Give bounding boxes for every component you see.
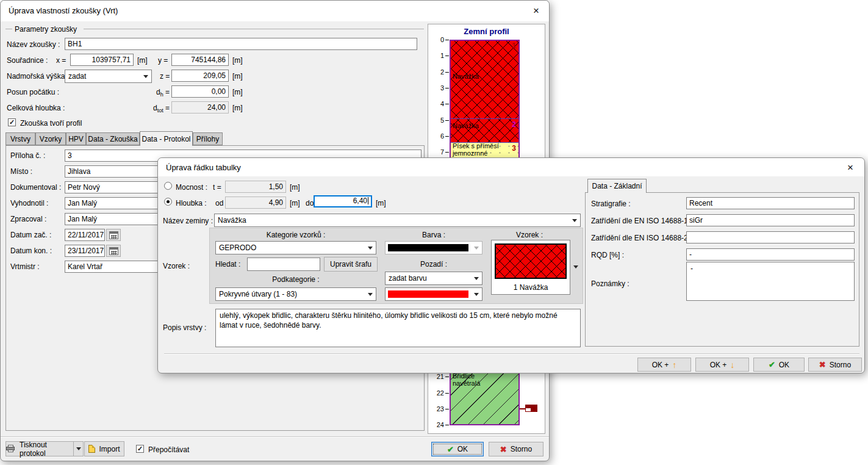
- depth-tick: [445, 377, 449, 377]
- y-eq-label: y =: [158, 56, 168, 65]
- poznamky-label: Poznámky :: [591, 279, 629, 288]
- pozadi-mode-select[interactable]: zadat barvu: [385, 272, 482, 285]
- import-label: Import: [99, 445, 120, 453]
- depth-to-value: 6,40: [353, 196, 367, 205]
- priloha-label: Příloha č. :: [10, 151, 45, 160]
- test-name-input[interactable]: BH1: [65, 38, 417, 50]
- mocnost-label: Mocnost :: [176, 183, 207, 192]
- dh-input[interactable]: 0,00: [171, 85, 229, 98]
- dokumentoval-label: Dokumentoval :: [10, 183, 61, 192]
- depth-tick: [445, 393, 449, 394]
- iso1-label: Zatřídění dle EN ISO 14688-1 :: [591, 217, 692, 225]
- unit-m: [m]: [137, 56, 148, 65]
- chevron-down-icon: [141, 71, 151, 82]
- recalculate-checkbox[interactable]: ✓: [136, 445, 144, 453]
- soil-name-select[interactable]: Navážka: [214, 214, 581, 227]
- hledat-input[interactable]: [247, 258, 320, 271]
- vrtmistr-label: Vrtmistr :: [10, 262, 40, 271]
- pattern-swatch: [495, 243, 567, 279]
- kategorie-select[interactable]: GEPRODO: [215, 241, 376, 254]
- tab-hpv[interactable]: HPV: [66, 132, 86, 145]
- import-button[interactable]: Import: [84, 441, 124, 456]
- upravit-srafu-label: Upravit šrafu: [330, 260, 371, 269]
- depth-tick: [445, 120, 449, 121]
- coord-y-input[interactable]: 745144,86: [171, 54, 229, 66]
- ok-down-button[interactable]: OK +↓: [695, 358, 749, 372]
- footer-separator: [1, 436, 549, 437]
- stratigrafie-input[interactable]: Recent: [686, 197, 855, 209]
- podkategorie-value: Pokryvné útvary (1 - 83): [219, 290, 297, 298]
- rqd-input[interactable]: -: [686, 248, 855, 261]
- vzorek-header: Vzorek :: [489, 231, 570, 239]
- depth-tick-label: 3: [428, 84, 444, 92]
- kategorie-label: Kategorie vzorků :: [215, 231, 376, 239]
- row-titlebar: Úprava řádku tabulky ×: [158, 158, 864, 176]
- stratigrafie-label: Stratigrafie :: [591, 200, 631, 208]
- forms-profile-checkbox[interactable]: ✓: [8, 118, 16, 126]
- pozadi-color-select[interactable]: [385, 287, 482, 301]
- pozadi-value: zadat barvu: [389, 274, 427, 283]
- datum-zac-calendar-button[interactable]: [106, 229, 121, 241]
- tab-label: Vzorky: [40, 135, 62, 143]
- unit-m: [m]: [232, 104, 243, 112]
- import-file-icon: [88, 445, 95, 453]
- unit-m: [m]: [376, 199, 386, 207]
- main-storno-button[interactable]: ✖Storno: [489, 442, 543, 456]
- coord-x-input[interactable]: 1039757,71: [70, 54, 134, 66]
- profile-layer-number: 2: [505, 120, 516, 129]
- ok-label: OK: [779, 361, 789, 369]
- tab-vrstvy[interactable]: Vrstvy: [5, 132, 35, 145]
- pattern-preview[interactable]: 1 Navážka: [491, 240, 570, 295]
- popis-value: ulehlý, výkopek břidlic, charakteru štěr…: [220, 311, 558, 330]
- tab-vzorky[interactable]: Vzorky: [35, 132, 66, 145]
- depth-tick: [445, 152, 449, 153]
- tab-data-zakladni[interactable]: Data - Základní: [587, 179, 647, 193]
- tab-data-zkouska[interactable]: Data - Zkouška: [86, 132, 140, 145]
- recalculate-label: Přepočítávat: [148, 445, 189, 454]
- soil-name-label: Název zeminy :: [163, 217, 213, 225]
- unit-m: [m]: [232, 56, 243, 65]
- chevron-down-icon: [365, 289, 375, 300]
- mocnost-radio[interactable]: [164, 182, 172, 190]
- datum-zac-input[interactable]: 22/11/2017: [65, 229, 105, 241]
- depth-tick: [445, 88, 449, 88]
- print-protocol-button[interactable]: Tisknout protokol: [5, 441, 74, 456]
- row-ok-button[interactable]: ✔OK: [753, 358, 805, 372]
- ok-down-label: OK +: [710, 361, 727, 369]
- popis-textarea[interactable]: ulehlý, výkopek břidlic, charakteru štěr…: [215, 309, 581, 347]
- chevron-down-icon: [472, 273, 481, 284]
- poznamky-textarea[interactable]: -: [686, 262, 855, 301]
- altitude-select[interactable]: zadat: [65, 70, 152, 83]
- datum-kon-input[interactable]: 23/11/2017: [65, 245, 105, 257]
- tab-label: Vrstvy: [10, 135, 30, 143]
- ok-up-button[interactable]: OK +↑: [637, 358, 691, 372]
- chevron-down-icon[interactable]: [573, 265, 578, 269]
- depth-tick: [445, 136, 449, 137]
- depth-tick-label: 7: [428, 148, 444, 156]
- main-ok-button[interactable]: ✔OK: [431, 442, 484, 456]
- depth-to-input[interactable]: 6,40: [314, 195, 372, 207]
- dialog-edit-table-row: Úprava řádku tabulky × Mocnost : t = 1,5…: [157, 157, 865, 373]
- podkategorie-select[interactable]: Pokryvné útvary (1 - 83): [215, 287, 376, 301]
- tab-data-protokol[interactable]: Data - Protokol: [140, 131, 193, 146]
- color-swatch-black: [388, 244, 468, 251]
- check-icon: ✓: [137, 445, 143, 452]
- datum-kon-calendar-button[interactable]: [106, 245, 121, 257]
- thickness-input: 1,50: [225, 181, 286, 193]
- print-protocol-dropdown[interactable]: [73, 441, 84, 456]
- altitude-value: zadat: [68, 72, 86, 81]
- close-icon[interactable]: ×: [533, 5, 539, 16]
- hloubka-radio[interactable]: [164, 198, 172, 206]
- soil-name-value: Navážka: [218, 216, 246, 225]
- close-icon[interactable]: ×: [847, 162, 853, 173]
- check-icon: ✓: [9, 119, 15, 126]
- row-storno-button[interactable]: ✖Storno: [808, 358, 862, 372]
- tab-label: HPV: [68, 135, 84, 143]
- tab-prilohy[interactable]: Přílohy: [193, 132, 223, 145]
- row-dialog-title: Úprava řádku tabulky: [166, 163, 241, 172]
- iso2-input[interactable]: [686, 231, 855, 243]
- iso1-input[interactable]: siGr: [686, 214, 855, 226]
- coord-z-input[interactable]: 209,05: [171, 70, 229, 82]
- upravit-srafu-button[interactable]: Upravit šrafu: [324, 257, 378, 272]
- rqd-label: RQD [%] :: [591, 251, 624, 259]
